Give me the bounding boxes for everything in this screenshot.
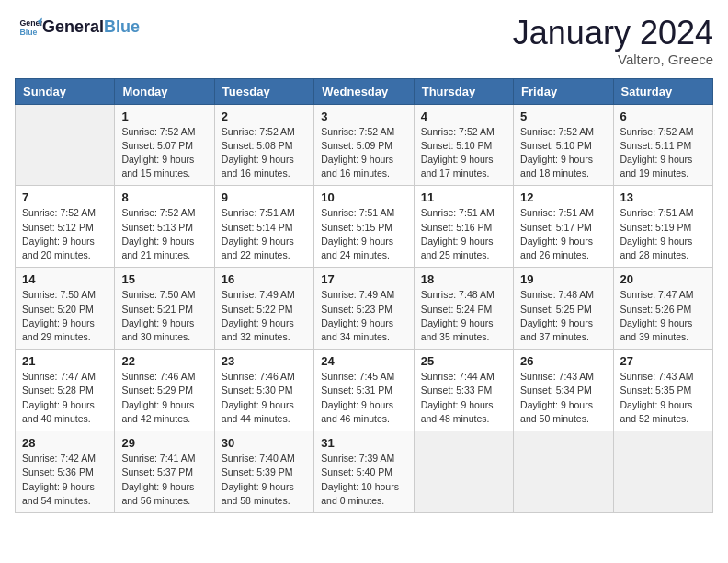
header-wednesday: Wednesday [314,78,414,104]
calendar-header-row: SundayMondayTuesdayWednesdayThursdayFrid… [16,78,713,104]
day-info: Sunrise: 7:50 AMSunset: 5:20 PMDaylight:… [22,288,108,344]
day-number: 7 [22,190,108,204]
logo-icon: General Blue [17,15,42,40]
week-row-5: 28Sunrise: 7:42 AMSunset: 5:36 PMDayligh… [16,431,713,513]
header-thursday: Thursday [414,78,513,104]
day-number: 15 [121,272,207,286]
day-cell: 3Sunrise: 7:52 AMSunset: 5:09 PMDaylight… [314,104,414,186]
day-cell: 10Sunrise: 7:51 AMSunset: 5:15 PMDayligh… [314,186,414,268]
month-title: January 2024 [513,15,713,52]
day-number: 2 [222,109,307,123]
day-info: Sunrise: 7:52 AMSunset: 5:10 PMDaylight:… [520,125,606,181]
day-info: Sunrise: 7:46 AMSunset: 5:29 PMDaylight:… [121,370,207,426]
day-cell: 2Sunrise: 7:52 AMSunset: 5:08 PMDaylight… [214,104,313,186]
day-number: 12 [520,190,606,204]
day-cell: 27Sunrise: 7:43 AMSunset: 5:35 PMDayligh… [613,350,712,431]
calendar-body: 1Sunrise: 7:52 AMSunset: 5:07 PMDaylight… [16,104,713,512]
day-cell: 24Sunrise: 7:45 AMSunset: 5:31 PMDayligh… [314,350,414,431]
day-number: 29 [121,436,207,450]
day-cell: 13Sunrise: 7:51 AMSunset: 5:19 PMDayligh… [613,186,712,268]
day-number: 31 [321,436,406,450]
day-cell: 30Sunrise: 7:40 AMSunset: 5:39 PMDayligh… [214,431,313,513]
day-number: 9 [222,190,307,204]
day-cell [514,431,613,513]
day-cell: 12Sunrise: 7:51 AMSunset: 5:17 PMDayligh… [514,186,613,268]
day-info: Sunrise: 7:51 AMSunset: 5:17 PMDaylight:… [520,206,606,262]
day-number: 3 [321,109,406,123]
day-number: 11 [421,190,506,204]
week-row-3: 14Sunrise: 7:50 AMSunset: 5:20 PMDayligh… [16,268,713,350]
day-cell: 29Sunrise: 7:41 AMSunset: 5:37 PMDayligh… [115,431,214,513]
day-info: Sunrise: 7:52 AMSunset: 5:08 PMDaylight:… [222,125,307,181]
day-cell: 14Sunrise: 7:50 AMSunset: 5:20 PMDayligh… [16,268,115,350]
day-number: 21 [22,354,108,368]
day-cell: 16Sunrise: 7:49 AMSunset: 5:22 PMDayligh… [214,268,313,350]
day-info: Sunrise: 7:51 AMSunset: 5:16 PMDaylight:… [421,206,506,262]
day-cell: 25Sunrise: 7:44 AMSunset: 5:33 PMDayligh… [414,350,513,431]
day-info: Sunrise: 7:51 AMSunset: 5:15 PMDaylight:… [321,206,406,262]
day-info: Sunrise: 7:49 AMSunset: 5:22 PMDaylight:… [222,288,307,344]
day-number: 27 [620,354,706,368]
day-cell: 22Sunrise: 7:46 AMSunset: 5:29 PMDayligh… [115,350,214,431]
week-row-1: 1Sunrise: 7:52 AMSunset: 5:07 PMDaylight… [16,104,713,186]
day-cell: 15Sunrise: 7:50 AMSunset: 5:21 PMDayligh… [115,268,214,350]
day-info: Sunrise: 7:47 AMSunset: 5:28 PMDaylight:… [22,370,108,426]
page-header: General Blue GeneralBlue January 2024 Va… [15,15,713,67]
location-label: Valtero, Greece [513,52,713,67]
day-number: 20 [620,272,706,286]
day-number: 1 [121,109,207,123]
logo-general: General [42,17,104,36]
day-info: Sunrise: 7:48 AMSunset: 5:24 PMDaylight:… [421,288,506,344]
day-info: Sunrise: 7:45 AMSunset: 5:31 PMDaylight:… [321,370,406,426]
day-info: Sunrise: 7:52 AMSunset: 5:13 PMDaylight:… [121,206,207,262]
day-cell: 11Sunrise: 7:51 AMSunset: 5:16 PMDayligh… [414,186,513,268]
header-monday: Monday [115,78,214,104]
day-cell: 5Sunrise: 7:52 AMSunset: 5:10 PMDaylight… [514,104,613,186]
day-info: Sunrise: 7:43 AMSunset: 5:34 PMDaylight:… [520,370,606,426]
day-cell: 31Sunrise: 7:39 AMSunset: 5:40 PMDayligh… [314,431,414,513]
day-info: Sunrise: 7:52 AMSunset: 5:11 PMDaylight:… [620,125,706,181]
week-row-2: 7Sunrise: 7:52 AMSunset: 5:12 PMDaylight… [16,186,713,268]
day-info: Sunrise: 7:52 AMSunset: 5:12 PMDaylight:… [22,206,108,262]
day-number: 25 [421,354,506,368]
day-cell: 28Sunrise: 7:42 AMSunset: 5:36 PMDayligh… [16,431,115,513]
day-number: 26 [520,354,606,368]
day-info: Sunrise: 7:50 AMSunset: 5:21 PMDaylight:… [121,288,207,344]
day-info: Sunrise: 7:52 AMSunset: 5:07 PMDaylight:… [121,125,207,181]
logo-blue: Blue [104,17,140,36]
day-info: Sunrise: 7:44 AMSunset: 5:33 PMDaylight:… [421,370,506,426]
header-friday: Friday [514,78,613,104]
day-number: 8 [121,190,207,204]
day-number: 28 [22,436,108,450]
logo: General Blue GeneralBlue [15,15,140,40]
day-info: Sunrise: 7:52 AMSunset: 5:10 PMDaylight:… [421,125,506,181]
day-cell: 23Sunrise: 7:46 AMSunset: 5:30 PMDayligh… [214,350,313,431]
day-number: 14 [22,272,108,286]
svg-text:Blue: Blue [20,28,38,37]
day-number: 23 [222,354,307,368]
day-number: 19 [520,272,606,286]
header-tuesday: Tuesday [214,78,313,104]
day-cell [16,104,115,186]
day-number: 17 [321,272,406,286]
day-cell: 8Sunrise: 7:52 AMSunset: 5:13 PMDaylight… [115,186,214,268]
day-cell: 18Sunrise: 7:48 AMSunset: 5:24 PMDayligh… [414,268,513,350]
day-number: 6 [620,109,706,123]
day-number: 22 [121,354,207,368]
day-number: 5 [520,109,606,123]
day-number: 13 [620,190,706,204]
day-number: 24 [321,354,406,368]
day-number: 10 [321,190,406,204]
day-number: 18 [421,272,506,286]
week-row-4: 21Sunrise: 7:47 AMSunset: 5:28 PMDayligh… [16,350,713,431]
day-info: Sunrise: 7:48 AMSunset: 5:25 PMDaylight:… [520,288,606,344]
day-info: Sunrise: 7:51 AMSunset: 5:19 PMDaylight:… [620,206,706,262]
day-info: Sunrise: 7:52 AMSunset: 5:09 PMDaylight:… [321,125,406,181]
header-sunday: Sunday [16,78,115,104]
day-info: Sunrise: 7:42 AMSunset: 5:36 PMDaylight:… [22,452,108,508]
day-info: Sunrise: 7:43 AMSunset: 5:35 PMDaylight:… [620,370,706,426]
day-cell: 21Sunrise: 7:47 AMSunset: 5:28 PMDayligh… [16,350,115,431]
day-info: Sunrise: 7:39 AMSunset: 5:40 PMDaylight:… [321,452,406,508]
day-number: 16 [222,272,307,286]
calendar-table: SundayMondayTuesdayWednesdayThursdayFrid… [15,78,713,513]
